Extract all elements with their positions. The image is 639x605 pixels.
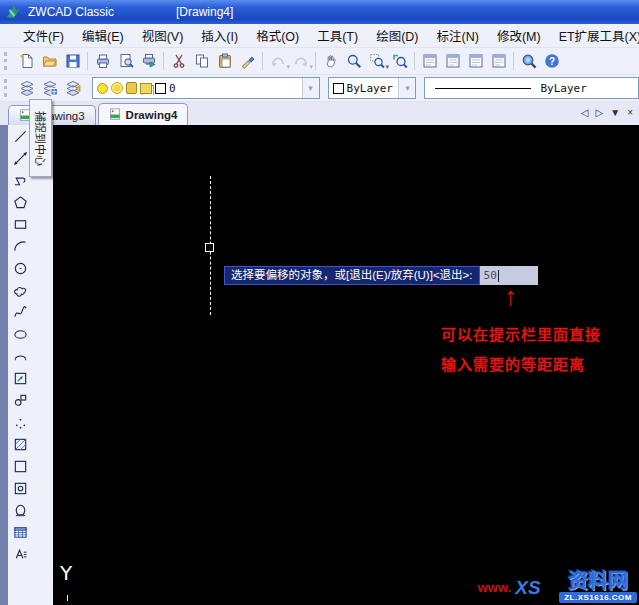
menu-edit[interactable]: 编辑(E) (73, 24, 133, 47)
watermark: www. XS 资料网 ZL.XS1616.COM (478, 568, 637, 605)
tab-label: Drawing4 (126, 109, 178, 121)
dwg-file-icon (109, 108, 122, 121)
layer-dropdown[interactable]: 0 ▾ (92, 77, 320, 99)
menu-view[interactable]: 视图(V) (133, 24, 193, 47)
tab-drawing4[interactable]: Drawing4 (98, 103, 189, 125)
menu-express-tools[interactable]: ET扩展工具(X) (550, 24, 639, 47)
toolbar-separator (163, 52, 164, 70)
linetype-dropdown[interactable]: ByLayer (424, 77, 639, 99)
menu-dimension[interactable]: 标注(N) (428, 24, 488, 47)
menu-format[interactable]: 格式(O) (247, 24, 308, 47)
hatch-icon[interactable] (9, 433, 31, 455)
menu-tools[interactable]: 工具(T) (308, 24, 367, 47)
ellipse-icon[interactable] (9, 323, 31, 345)
command-prompt-text: 选择要偏移的对象，或[退出(E)/放弃(U)]<退出>: (224, 266, 480, 285)
text-caret (498, 270, 499, 282)
toolbar-gripper[interactable] (4, 52, 10, 70)
toolbar-separator (414, 52, 415, 70)
chevron-down-icon[interactable]: ▾ (302, 78, 319, 98)
zoom-window-icon[interactable] (365, 50, 388, 72)
polygon-icon[interactable] (9, 191, 31, 213)
gradient-icon[interactable] (9, 455, 31, 477)
freeze-thaw-icon[interactable] (111, 82, 123, 94)
lock-unlock-icon[interactable] (126, 82, 137, 94)
tab-close-icon[interactable]: × (627, 106, 633, 120)
zwcad-window: ZWCAD Classic [Drawing4] 文件(F)编辑(E)视图(V)… (0, 0, 639, 605)
zoom-realtime-icon[interactable] (342, 50, 365, 72)
drawing-canvas[interactable]: 选择要偏移的对象，或[退出(E)/放弃(U)]<退出>: 50 ↑ 可以在提示栏… (53, 125, 639, 605)
current-color: ByLayer (347, 82, 393, 95)
watermark-site-url: ZL.XS1616.COM (559, 592, 637, 603)
print-preview-icon[interactable] (114, 50, 137, 72)
color-dropdown[interactable]: ByLayer ▾ (328, 77, 417, 99)
menu-draw[interactable]: 绘图(D) (367, 24, 427, 47)
plot-icon[interactable] (140, 83, 152, 94)
match-properties-icon[interactable] (236, 50, 259, 72)
point-icon[interactable] (9, 411, 31, 433)
annotation-arrow-icon: ↑ (504, 283, 517, 309)
layer-color-swatch[interactable] (155, 83, 166, 94)
cut-icon[interactable] (167, 50, 190, 72)
menu-modify[interactable]: 修改(M) (488, 24, 550, 47)
tab-scroll-right-icon[interactable]: ▷ (596, 106, 604, 120)
watermark-site-name: 资料网 (568, 571, 628, 591)
copy-icon[interactable] (190, 50, 213, 72)
layer-properties-icon[interactable] (15, 77, 38, 99)
open-icon[interactable] (38, 50, 61, 72)
document-title: [Drawing4] (176, 5, 233, 19)
zoom-previous-icon[interactable] (388, 50, 411, 72)
toolbar-separator (315, 52, 316, 70)
wipeout-icon[interactable] (9, 499, 31, 521)
region-icon[interactable] (9, 477, 31, 499)
line-icon[interactable] (9, 125, 31, 147)
pickbox-cursor (205, 243, 214, 252)
svg-text:XS: XS (514, 577, 541, 598)
mtext-icon[interactable] (9, 543, 31, 565)
dynamic-input-prompt: 选择要偏移的对象，或[退出(E)/放弃(U)]<退出>: 50 (224, 266, 538, 285)
menu-insert[interactable]: 插入(I) (192, 24, 247, 47)
undo-icon[interactable] (266, 50, 289, 72)
app-logo-icon (6, 4, 22, 20)
toolbar-separator (87, 52, 88, 70)
menu-bar: 文件(F)编辑(E)视图(V)插入(I)格式(O)工具(T)绘图(D)标注(N)… (0, 24, 639, 48)
current-linetype: ByLayer (540, 82, 586, 95)
ellipse-arc-icon[interactable] (9, 345, 31, 367)
publish-icon[interactable] (137, 50, 160, 72)
rectangle-icon[interactable] (9, 213, 31, 235)
tab-menu-icon[interactable]: ▼ (610, 106, 620, 120)
spline-icon[interactable] (9, 301, 31, 323)
print-icon[interactable] (91, 50, 114, 72)
construction-line-icon[interactable] (9, 147, 31, 169)
menu-file[interactable]: 文件(F) (14, 24, 73, 47)
save-icon[interactable] (61, 50, 84, 72)
toolpalettes-icon[interactable] (441, 50, 464, 72)
polyline-icon[interactable] (9, 169, 31, 191)
layer-previous-icon[interactable] (61, 77, 84, 99)
new-icon[interactable] (15, 50, 38, 72)
tab-scroll-left-icon[interactable]: ◁ (581, 106, 589, 120)
find-icon[interactable] (517, 50, 540, 72)
toolbar-separator (262, 52, 263, 70)
toolbar-gripper[interactable] (4, 79, 10, 97)
make-block-icon[interactable] (9, 389, 31, 411)
xs-logo-icon: XS (499, 569, 557, 605)
properties-icon[interactable] (464, 50, 487, 72)
bulb-on-icon[interactable] (97, 83, 108, 94)
layer-toolbar: 0 ▾ ByLayer ▾ ByLayer (0, 75, 639, 102)
designcenter-icon[interactable] (418, 50, 441, 72)
paste-icon[interactable] (213, 50, 236, 72)
snap-tooltip: 捕捉到中心 (29, 99, 52, 177)
insert-block-icon[interactable] (9, 367, 31, 389)
annotation-text-line2: 输入需要的等距距离 (441, 353, 585, 374)
layer-states-icon[interactable] (38, 77, 61, 99)
circle-icon[interactable] (9, 257, 31, 279)
pan-icon[interactable] (319, 50, 342, 72)
chevron-down-icon[interactable]: ▾ (398, 78, 415, 98)
quickcalc-icon[interactable] (487, 50, 510, 72)
revision-cloud-icon[interactable] (9, 279, 31, 301)
toolbar-separator (513, 52, 514, 70)
arc-icon[interactable] (9, 235, 31, 257)
help-icon[interactable] (540, 50, 563, 72)
table-icon[interactable] (9, 521, 31, 543)
redo-icon[interactable] (289, 50, 312, 72)
